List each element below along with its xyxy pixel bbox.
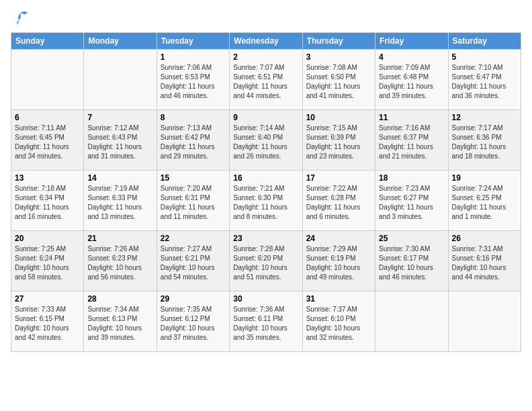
day-number: 7 [87, 113, 152, 122]
day-number: 20 [15, 234, 80, 243]
day-info: Sunrise: 7:21 AM Sunset: 6:30 PM Dayligh… [233, 184, 298, 222]
day-info: Sunrise: 7:20 AM Sunset: 6:31 PM Dayligh… [161, 184, 226, 222]
day-number: 5 [452, 52, 517, 62]
weekday-header-wednesday: Wednesday [230, 33, 302, 50]
logo [11, 11, 32, 26]
day-info: Sunrise: 7:17 AM Sunset: 6:36 PM Dayligh… [452, 124, 517, 161]
weekday-header-sunday: Sunday [11, 33, 84, 50]
day-info: Sunrise: 7:33 AM Sunset: 6:15 PM Dayligh… [15, 305, 80, 342]
day-cell: 9Sunrise: 7:14 AM Sunset: 6:40 PM Daylig… [230, 110, 302, 171]
day-cell: 31Sunrise: 7:37 AM Sunset: 6:10 PM Dayli… [302, 291, 375, 352]
day-cell: 24Sunrise: 7:29 AM Sunset: 6:19 PM Dayli… [302, 231, 375, 291]
day-number: 2 [233, 52, 298, 62]
weekday-header-friday: Friday [375, 33, 448, 50]
weekday-header-row: SundayMondayTuesdayWednesdayThursdayFrid… [11, 33, 521, 50]
day-cell: 10Sunrise: 7:15 AM Sunset: 6:39 PM Dayli… [302, 110, 375, 171]
day-number: 26 [452, 234, 517, 243]
day-cell: 11Sunrise: 7:16 AM Sunset: 6:37 PM Dayli… [375, 110, 448, 171]
day-cell: 4Sunrise: 7:09 AM Sunset: 6:48 PM Daylig… [375, 50, 448, 110]
day-info: Sunrise: 7:29 AM Sunset: 6:19 PM Dayligh… [306, 244, 371, 282]
day-number: 30 [233, 294, 298, 304]
day-info: Sunrise: 7:23 AM Sunset: 6:27 PM Dayligh… [379, 184, 444, 222]
day-cell: 14Sunrise: 7:19 AM Sunset: 6:33 PM Dayli… [84, 171, 157, 231]
day-info: Sunrise: 7:24 AM Sunset: 6:25 PM Dayligh… [452, 184, 517, 222]
day-info: Sunrise: 7:34 AM Sunset: 6:13 PM Dayligh… [87, 305, 152, 342]
calendar-table: SundayMondayTuesdayWednesdayThursdayFrid… [11, 32, 521, 352]
day-cell: 26Sunrise: 7:31 AM Sunset: 6:16 PM Dayli… [448, 231, 521, 291]
day-cell: 16Sunrise: 7:21 AM Sunset: 6:30 PM Dayli… [230, 171, 302, 231]
day-cell: 13Sunrise: 7:18 AM Sunset: 6:34 PM Dayli… [11, 171, 84, 231]
day-number: 28 [87, 294, 152, 304]
day-cell: 18Sunrise: 7:23 AM Sunset: 6:27 PM Dayli… [375, 171, 448, 231]
day-number: 19 [452, 173, 517, 183]
day-cell: 12Sunrise: 7:17 AM Sunset: 6:36 PM Dayli… [448, 110, 521, 171]
day-info: Sunrise: 7:37 AM Sunset: 6:10 PM Dayligh… [306, 305, 371, 342]
day-cell: 27Sunrise: 7:33 AM Sunset: 6:15 PM Dayli… [11, 291, 84, 352]
day-number: 8 [161, 113, 226, 122]
day-cell: 8Sunrise: 7:13 AM Sunset: 6:42 PM Daylig… [157, 110, 229, 171]
day-info: Sunrise: 7:19 AM Sunset: 6:33 PM Dayligh… [87, 184, 152, 222]
day-number: 13 [15, 173, 80, 183]
day-info: Sunrise: 7:35 AM Sunset: 6:12 PM Dayligh… [161, 305, 226, 342]
day-cell: 25Sunrise: 7:30 AM Sunset: 6:17 PM Dayli… [375, 231, 448, 291]
day-number: 14 [87, 173, 152, 183]
day-info: Sunrise: 7:13 AM Sunset: 6:42 PM Dayligh… [161, 124, 226, 161]
day-info: Sunrise: 7:28 AM Sunset: 6:20 PM Dayligh… [233, 244, 298, 282]
day-info: Sunrise: 7:16 AM Sunset: 6:37 PM Dayligh… [379, 124, 444, 161]
weekday-header-tuesday: Tuesday [157, 33, 229, 50]
day-cell: 1Sunrise: 7:06 AM Sunset: 6:53 PM Daylig… [157, 50, 229, 110]
day-cell: 23Sunrise: 7:28 AM Sunset: 6:20 PM Dayli… [230, 231, 302, 291]
week-row-3: 13Sunrise: 7:18 AM Sunset: 6:34 PM Dayli… [11, 171, 521, 231]
day-info: Sunrise: 7:31 AM Sunset: 6:16 PM Dayligh… [452, 244, 517, 282]
day-cell: 15Sunrise: 7:20 AM Sunset: 6:31 PM Dayli… [157, 171, 229, 231]
day-cell [448, 291, 521, 352]
day-number: 16 [233, 173, 298, 183]
day-info: Sunrise: 7:22 AM Sunset: 6:28 PM Dayligh… [306, 184, 371, 222]
day-number: 18 [379, 173, 444, 183]
day-cell: 30Sunrise: 7:36 AM Sunset: 6:11 PM Dayli… [230, 291, 302, 352]
week-row-1: 1Sunrise: 7:06 AM Sunset: 6:53 PM Daylig… [11, 50, 521, 110]
day-info: Sunrise: 7:15 AM Sunset: 6:39 PM Dayligh… [306, 124, 371, 161]
day-cell: 29Sunrise: 7:35 AM Sunset: 6:12 PM Dayli… [157, 291, 229, 352]
day-number: 25 [379, 234, 444, 243]
day-cell: 28Sunrise: 7:34 AM Sunset: 6:13 PM Dayli… [84, 291, 157, 352]
day-cell: 17Sunrise: 7:22 AM Sunset: 6:28 PM Dayli… [302, 171, 375, 231]
day-number: 23 [233, 234, 298, 243]
weekday-header-saturday: Saturday [448, 33, 521, 50]
day-info: Sunrise: 7:30 AM Sunset: 6:17 PM Dayligh… [379, 244, 444, 282]
day-number: 17 [306, 173, 371, 183]
day-number: 10 [306, 113, 371, 122]
day-cell [375, 291, 448, 352]
day-number: 15 [161, 173, 226, 183]
day-cell: 2Sunrise: 7:07 AM Sunset: 6:51 PM Daylig… [230, 50, 302, 110]
day-cell: 3Sunrise: 7:08 AM Sunset: 6:50 PM Daylig… [302, 50, 375, 110]
day-number: 9 [233, 113, 298, 122]
day-info: Sunrise: 7:18 AM Sunset: 6:34 PM Dayligh… [15, 184, 80, 222]
day-info: Sunrise: 7:14 AM Sunset: 6:40 PM Dayligh… [233, 124, 298, 161]
day-cell: 7Sunrise: 7:12 AM Sunset: 6:43 PM Daylig… [84, 110, 157, 171]
day-number: 11 [379, 113, 444, 122]
weekday-header-thursday: Thursday [302, 33, 375, 50]
day-info: Sunrise: 7:36 AM Sunset: 6:11 PM Dayligh… [233, 305, 298, 342]
day-number: 24 [306, 234, 371, 243]
day-cell [84, 50, 157, 110]
day-number: 1 [161, 52, 226, 62]
day-info: Sunrise: 7:08 AM Sunset: 6:50 PM Dayligh… [306, 63, 371, 101]
weekday-header-monday: Monday [84, 33, 157, 50]
page-header [11, 11, 521, 26]
day-cell: 22Sunrise: 7:27 AM Sunset: 6:21 PM Dayli… [157, 231, 229, 291]
day-cell [11, 50, 84, 110]
day-info: Sunrise: 7:07 AM Sunset: 6:51 PM Dayligh… [233, 63, 298, 101]
day-cell: 19Sunrise: 7:24 AM Sunset: 6:25 PM Dayli… [448, 171, 521, 231]
day-number: 6 [15, 113, 80, 122]
day-info: Sunrise: 7:09 AM Sunset: 6:48 PM Dayligh… [379, 63, 444, 101]
day-number: 21 [87, 234, 152, 243]
week-row-4: 20Sunrise: 7:25 AM Sunset: 6:24 PM Dayli… [11, 231, 521, 291]
day-info: Sunrise: 7:26 AM Sunset: 6:23 PM Dayligh… [87, 244, 152, 282]
day-info: Sunrise: 7:12 AM Sunset: 6:43 PM Dayligh… [87, 124, 152, 161]
day-info: Sunrise: 7:10 AM Sunset: 6:47 PM Dayligh… [452, 63, 517, 101]
day-info: Sunrise: 7:11 AM Sunset: 6:45 PM Dayligh… [15, 124, 80, 161]
day-number: 29 [161, 294, 226, 304]
day-number: 31 [306, 294, 371, 304]
day-number: 3 [306, 52, 371, 62]
